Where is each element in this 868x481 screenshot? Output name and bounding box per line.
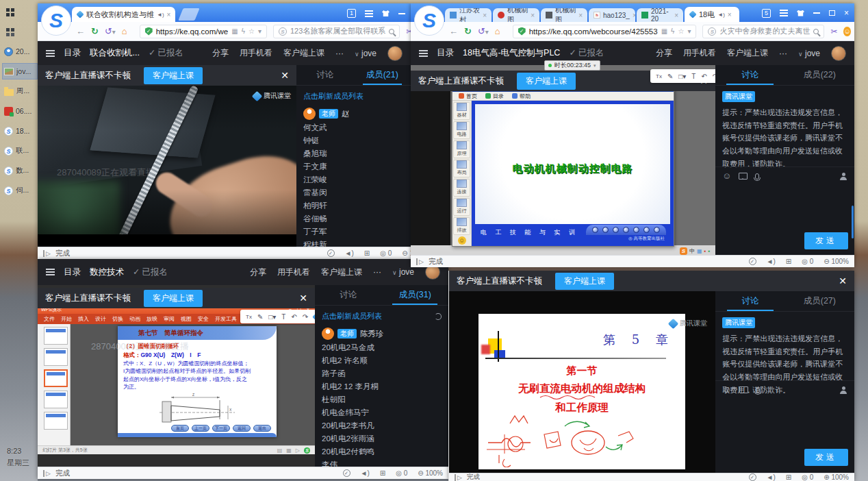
pen-tool-icon[interactable]: ✎ xyxy=(257,313,263,321)
wps-menu-item[interactable]: 切换 xyxy=(112,315,123,323)
dropdown-icon[interactable]: ▾ xyxy=(258,27,261,35)
help-smiley-icon[interactable]: ☺ xyxy=(458,236,466,245)
media-button[interactable] xyxy=(643,227,650,233)
tab-members[interactable]: 成员(31) xyxy=(382,285,449,305)
extension-box-icon[interactable]: ⊞ xyxy=(786,258,791,265)
undo-stroke-icon[interactable]: ↶ xyxy=(701,73,706,80)
wps-menu-item[interactable]: 插入 xyxy=(78,315,89,323)
browser-menu-icon[interactable] xyxy=(780,12,788,14)
shape-tool-icon[interactable]: □▾ xyxy=(268,313,276,321)
shape-tool-icon[interactable]: □▾ xyxy=(678,73,686,80)
app-tool[interactable]: 布局 xyxy=(453,160,470,177)
undo-stroke-icon[interactable]: ↶ xyxy=(291,313,296,321)
watch-on-phone-button[interactable]: 用手机看 xyxy=(683,47,716,59)
desktop-icon-thispc[interactable] xyxy=(3,4,37,19)
safety-check-icon[interactable]: ✓ xyxy=(343,469,350,477)
mute-icon[interactable]: ◄) xyxy=(345,249,354,257)
avatar[interactable] xyxy=(387,46,403,61)
wps-menu-item[interactable]: 动画 xyxy=(129,315,140,323)
watch-on-phone-button[interactable]: 用手机看 xyxy=(277,267,310,278)
panel-scrollbar[interactable] xyxy=(852,206,854,238)
search-box[interactable]: S 123名旅客家属全部取得联系 xyxy=(273,25,400,38)
zoom-level[interactable]: ⊖ 100% xyxy=(824,258,849,265)
wps-menu-item[interactable]: 安全 xyxy=(198,315,209,323)
catalog-label[interactable]: 目录 xyxy=(64,47,81,59)
browser-tab-2[interactable]: 机械制图× xyxy=(493,8,539,22)
mute-icon[interactable]: ◄) xyxy=(361,469,370,477)
member-toggle-icon[interactable] xyxy=(839,386,847,394)
undo-icon[interactable]: ↺▾ xyxy=(105,26,116,36)
banner-close-icon[interactable]: ✕ xyxy=(839,275,847,286)
skin-icon[interactable] xyxy=(797,10,804,16)
slide-nav-button[interactable]: 上一页 xyxy=(192,425,209,432)
tab-close-icon[interactable]: × xyxy=(728,11,732,18)
extension-box-icon[interactable]: ⊞ xyxy=(786,473,791,481)
dropdown-icon[interactable]: ▾ xyxy=(687,27,691,35)
new-tab-button[interactable] xyxy=(179,8,200,21)
wps-menu-item[interactable]: 开始 xyxy=(61,315,72,323)
home-icon[interactable]: ⌂ xyxy=(495,26,500,36)
slide-nav-button[interactable]: 退出 xyxy=(253,425,271,432)
zoom-level[interactable]: ⊖ 100% xyxy=(418,469,443,477)
client-class-button[interactable]: 客户端上课 xyxy=(727,47,768,59)
search-icon[interactable] xyxy=(813,29,819,34)
desktop-icon-folder[interactable]: 周... xyxy=(3,84,37,99)
minimize-icon[interactable] xyxy=(813,12,820,14)
browser-tab-5[interactable]: 2021-20× xyxy=(637,8,683,22)
undo-icon[interactable]: ↺▾ xyxy=(478,26,489,36)
tencent-classroom-icon[interactable] xyxy=(312,312,315,321)
tab-close-icon[interactable]: × xyxy=(578,12,583,19)
speed-icon[interactable]: ϟ xyxy=(242,27,245,35)
maximize-icon[interactable] xyxy=(829,10,835,16)
ime-tool-icon[interactable]: ▪ xyxy=(708,248,710,254)
desktop-icon-si[interactable]: 伺... xyxy=(3,183,37,198)
mic-icon[interactable] xyxy=(756,387,760,393)
media-button[interactable] xyxy=(633,227,639,233)
tab-discussion[interactable]: 讨论 xyxy=(315,285,382,305)
app-tool[interactable]: 电路 xyxy=(453,121,470,139)
tab-members[interactable]: 成员(21) xyxy=(354,65,411,85)
app-tool[interactable]: 器材 xyxy=(453,102,470,120)
type-tool-icon[interactable]: T xyxy=(691,73,695,80)
desktop-icon-18[interactable]: 18... xyxy=(3,123,37,138)
slide-thumbnail-4[interactable] xyxy=(44,391,68,408)
slide-nav-button[interactable]: 返回 xyxy=(233,425,251,432)
wps-menu-item[interactable]: 视图 xyxy=(181,315,192,323)
slide-thumbnail-1[interactable] xyxy=(44,327,68,345)
tab-close-icon[interactable]: × xyxy=(483,12,487,19)
app-tool[interactable]: 连接 xyxy=(453,179,470,197)
refresh-members-link[interactable]: 点击刷新成员列表 xyxy=(296,86,411,106)
safety-check-icon[interactable]: ✓ xyxy=(749,258,756,265)
ime-tool-icon[interactable]: ▪ xyxy=(704,248,706,254)
view-play-icon[interactable]: ▷ xyxy=(296,447,300,454)
wps-menu-item[interactable]: 开发工具 xyxy=(215,315,237,323)
address-bar[interactable]: ✓ https://ke.qq.com/we ▦ ϟ ☆ ▾ xyxy=(140,25,267,38)
search-icon[interactable] xyxy=(389,29,394,34)
emoji-icon[interactable]: ☺ xyxy=(722,172,731,180)
slide-nav-button[interactable]: 下一页 xyxy=(212,425,230,432)
more-icon[interactable]: ··· xyxy=(335,49,344,58)
minimize-icon[interactable] xyxy=(398,13,405,14)
download-count-badge[interactable]: 5 xyxy=(762,9,771,18)
mute-icon[interactable]: ◄) xyxy=(767,473,776,481)
screenshot-scissors-icon[interactable]: ✂ xyxy=(830,27,837,36)
media-button[interactable] xyxy=(602,227,609,233)
mic-icon[interactable] xyxy=(755,173,759,180)
catalog-label[interactable]: 目录 xyxy=(437,47,454,59)
refresh-members-link[interactable]: 点击刷新成员列表 xyxy=(315,306,448,326)
image-upload-icon[interactable] xyxy=(739,386,748,393)
extension-box-icon[interactable]: ⊞ xyxy=(364,249,370,257)
slide-thumbnail-3-selected[interactable] xyxy=(44,369,68,387)
desktop-icon-app[interactable] xyxy=(3,24,37,39)
browser-tab-1[interactable]: 江苏农村× xyxy=(445,8,492,22)
redo-stroke-icon[interactable]: ↷ xyxy=(713,73,715,80)
qr-icon[interactable]: ▦ xyxy=(661,27,667,35)
zoom-level[interactable]: ⊕ 100% xyxy=(824,473,849,481)
tab-audio-icon[interactable]: ◄) xyxy=(717,12,725,18)
catalog-menu-icon[interactable] xyxy=(46,53,55,54)
window-close-icon[interactable]: × xyxy=(844,8,849,18)
tab-discussion[interactable]: 讨论 xyxy=(296,65,354,85)
banner-client-button[interactable]: 客户端上课 xyxy=(144,290,203,307)
client-class-button[interactable]: 客户端上课 xyxy=(283,47,324,59)
app-menu-item[interactable]: 首页 xyxy=(459,92,477,100)
